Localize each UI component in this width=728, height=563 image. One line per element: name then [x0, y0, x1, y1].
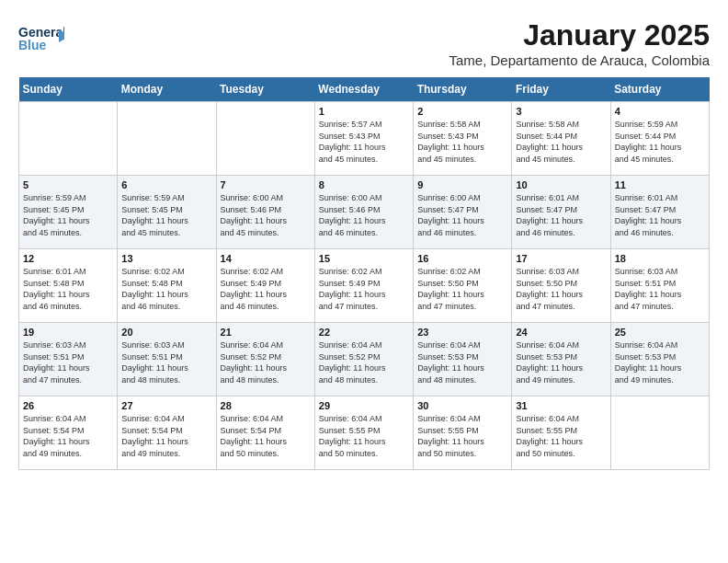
day-info: Sunrise: 6:04 AM Sunset: 5:53 PM Dayligh… [417, 339, 507, 385]
calendar-day-12: 12Sunrise: 6:01 AM Sunset: 5:48 PM Dayli… [19, 249, 118, 323]
day-number: 29 [319, 400, 409, 411]
day-info: Sunrise: 6:04 AM Sunset: 5:53 PM Dayligh… [516, 339, 606, 385]
calendar-empty-cell [19, 102, 118, 176]
day-info: Sunrise: 5:57 AM Sunset: 5:43 PM Dayligh… [319, 119, 409, 165]
day-number: 22 [319, 327, 409, 338]
calendar-day-1: 1Sunrise: 5:57 AM Sunset: 5:43 PM Daylig… [314, 102, 413, 176]
calendar-day-4: 4Sunrise: 5:59 AM Sunset: 5:44 PM Daylig… [610, 102, 709, 176]
weekday-header-thursday: Thursday [414, 77, 512, 102]
calendar-empty-cell [216, 102, 314, 176]
day-info: Sunrise: 5:59 AM Sunset: 5:44 PM Dayligh… [615, 119, 705, 165]
calendar-day-11: 11Sunrise: 6:01 AM Sunset: 5:47 PM Dayli… [610, 176, 709, 249]
calendar-week-row: 5Sunrise: 5:59 AM Sunset: 5:45 PM Daylig… [19, 176, 710, 249]
day-info: Sunrise: 6:01 AM Sunset: 5:47 PM Dayligh… [615, 192, 705, 238]
calendar-day-26: 26Sunrise: 6:04 AM Sunset: 5:54 PM Dayli… [19, 396, 118, 470]
calendar-table: SundayMondayTuesdayWednesdayThursdayFrid… [18, 77, 710, 470]
day-number: 28 [221, 400, 311, 411]
calendar-empty-cell [610, 396, 709, 470]
title-section: January 2025 Tame, Departamento de Arauc… [449, 18, 710, 68]
day-number: 18 [615, 253, 705, 264]
logo: General Blue [18, 18, 64, 59]
calendar-day-6: 6Sunrise: 5:59 AM Sunset: 5:45 PM Daylig… [118, 176, 216, 249]
weekday-header-saturday: Saturday [610, 77, 709, 102]
calendar-day-7: 7Sunrise: 6:00 AM Sunset: 5:46 PM Daylig… [216, 176, 314, 249]
day-number: 15 [319, 253, 409, 264]
day-info: Sunrise: 6:00 AM Sunset: 5:47 PM Dayligh… [417, 192, 507, 238]
weekday-header-wednesday: Wednesday [314, 77, 413, 102]
calendar-day-31: 31Sunrise: 6:04 AM Sunset: 5:55 PM Dayli… [512, 396, 610, 470]
day-info: Sunrise: 5:58 AM Sunset: 5:44 PM Dayligh… [516, 119, 606, 165]
calendar-day-19: 19Sunrise: 6:03 AM Sunset: 5:51 PM Dayli… [19, 323, 118, 396]
day-number: 14 [221, 253, 311, 264]
location-subtitle: Tame, Departamento de Arauca, Colombia [449, 52, 710, 68]
day-number: 10 [516, 179, 606, 190]
calendar-day-17: 17Sunrise: 6:03 AM Sunset: 5:50 PM Dayli… [512, 249, 610, 323]
day-number: 11 [615, 179, 705, 190]
day-info: Sunrise: 6:04 AM Sunset: 5:54 PM Dayligh… [121, 413, 211, 459]
day-number: 2 [417, 106, 507, 117]
day-info: Sunrise: 6:00 AM Sunset: 5:46 PM Dayligh… [221, 192, 311, 238]
day-info: Sunrise: 5:59 AM Sunset: 5:45 PM Dayligh… [23, 192, 113, 238]
calendar-header-row: SundayMondayTuesdayWednesdayThursdayFrid… [19, 77, 710, 102]
calendar-week-row: 19Sunrise: 6:03 AM Sunset: 5:51 PM Dayli… [19, 323, 710, 396]
day-info: Sunrise: 6:04 AM Sunset: 5:52 PM Dayligh… [221, 339, 311, 385]
day-number: 7 [221, 179, 311, 190]
day-number: 26 [23, 400, 113, 411]
day-number: 20 [121, 327, 211, 338]
page-header: General Blue January 2025 Tame, Departam… [18, 18, 710, 68]
calendar-day-23: 23Sunrise: 6:04 AM Sunset: 5:53 PM Dayli… [414, 323, 512, 396]
calendar-day-20: 20Sunrise: 6:03 AM Sunset: 5:51 PM Dayli… [118, 323, 216, 396]
month-year-title: January 2025 [449, 18, 710, 52]
calendar-day-22: 22Sunrise: 6:04 AM Sunset: 5:52 PM Dayli… [314, 323, 413, 396]
day-info: Sunrise: 6:04 AM Sunset: 5:54 PM Dayligh… [23, 413, 113, 459]
day-number: 3 [516, 106, 606, 117]
day-number: 25 [615, 327, 705, 338]
day-number: 23 [417, 327, 507, 338]
day-info: Sunrise: 6:02 AM Sunset: 5:49 PM Dayligh… [319, 266, 409, 312]
day-info: Sunrise: 6:04 AM Sunset: 5:53 PM Dayligh… [615, 339, 705, 385]
calendar-day-29: 29Sunrise: 6:04 AM Sunset: 5:55 PM Dayli… [314, 396, 413, 470]
calendar-day-9: 9Sunrise: 6:00 AM Sunset: 5:47 PM Daylig… [414, 176, 512, 249]
day-number: 5 [23, 179, 113, 190]
day-info: Sunrise: 6:04 AM Sunset: 5:55 PM Dayligh… [516, 413, 606, 459]
calendar-day-25: 25Sunrise: 6:04 AM Sunset: 5:53 PM Dayli… [610, 323, 709, 396]
calendar-day-18: 18Sunrise: 6:03 AM Sunset: 5:51 PM Dayli… [610, 249, 709, 323]
day-info: Sunrise: 6:03 AM Sunset: 5:50 PM Dayligh… [516, 266, 606, 312]
calendar-day-24: 24Sunrise: 6:04 AM Sunset: 5:53 PM Dayli… [512, 323, 610, 396]
weekday-header-tuesday: Tuesday [216, 77, 314, 102]
calendar-week-row: 12Sunrise: 6:01 AM Sunset: 5:48 PM Dayli… [19, 249, 710, 323]
calendar-day-14: 14Sunrise: 6:02 AM Sunset: 5:49 PM Dayli… [216, 249, 314, 323]
day-number: 31 [516, 400, 606, 411]
day-info: Sunrise: 6:04 AM Sunset: 5:55 PM Dayligh… [319, 413, 409, 459]
day-info: Sunrise: 5:59 AM Sunset: 5:45 PM Dayligh… [121, 192, 211, 238]
calendar-day-27: 27Sunrise: 6:04 AM Sunset: 5:54 PM Dayli… [118, 396, 216, 470]
day-number: 12 [23, 253, 113, 264]
calendar-week-row: 26Sunrise: 6:04 AM Sunset: 5:54 PM Dayli… [19, 396, 710, 470]
weekday-header-friday: Friday [512, 77, 610, 102]
day-number: 24 [516, 327, 606, 338]
day-info: Sunrise: 6:01 AM Sunset: 5:47 PM Dayligh… [516, 192, 606, 238]
day-info: Sunrise: 6:04 AM Sunset: 5:54 PM Dayligh… [221, 413, 311, 459]
svg-text:Blue: Blue [18, 38, 47, 52]
day-number: 16 [417, 253, 507, 264]
day-number: 9 [417, 179, 507, 190]
calendar-day-16: 16Sunrise: 6:02 AM Sunset: 5:50 PM Dayli… [414, 249, 512, 323]
day-number: 6 [121, 179, 211, 190]
calendar-week-row: 1Sunrise: 5:57 AM Sunset: 5:43 PM Daylig… [19, 102, 710, 176]
day-info: Sunrise: 6:04 AM Sunset: 5:52 PM Dayligh… [319, 339, 409, 385]
day-number: 21 [221, 327, 311, 338]
calendar-day-28: 28Sunrise: 6:04 AM Sunset: 5:54 PM Dayli… [216, 396, 314, 470]
day-number: 4 [615, 106, 705, 117]
day-info: Sunrise: 6:02 AM Sunset: 5:50 PM Dayligh… [417, 266, 507, 312]
day-number: 27 [121, 400, 211, 411]
day-info: Sunrise: 6:03 AM Sunset: 5:51 PM Dayligh… [23, 339, 113, 385]
day-info: Sunrise: 6:02 AM Sunset: 5:48 PM Dayligh… [121, 266, 211, 312]
day-number: 19 [23, 327, 113, 338]
day-number: 17 [516, 253, 606, 264]
day-number: 1 [319, 106, 409, 117]
day-info: Sunrise: 6:03 AM Sunset: 5:51 PM Dayligh… [615, 266, 705, 312]
calendar-day-10: 10Sunrise: 6:01 AM Sunset: 5:47 PM Dayli… [512, 176, 610, 249]
calendar-day-3: 3Sunrise: 5:58 AM Sunset: 5:44 PM Daylig… [512, 102, 610, 176]
calendar-day-30: 30Sunrise: 6:04 AM Sunset: 5:55 PM Dayli… [414, 396, 512, 470]
day-info: Sunrise: 5:58 AM Sunset: 5:43 PM Dayligh… [417, 119, 507, 165]
